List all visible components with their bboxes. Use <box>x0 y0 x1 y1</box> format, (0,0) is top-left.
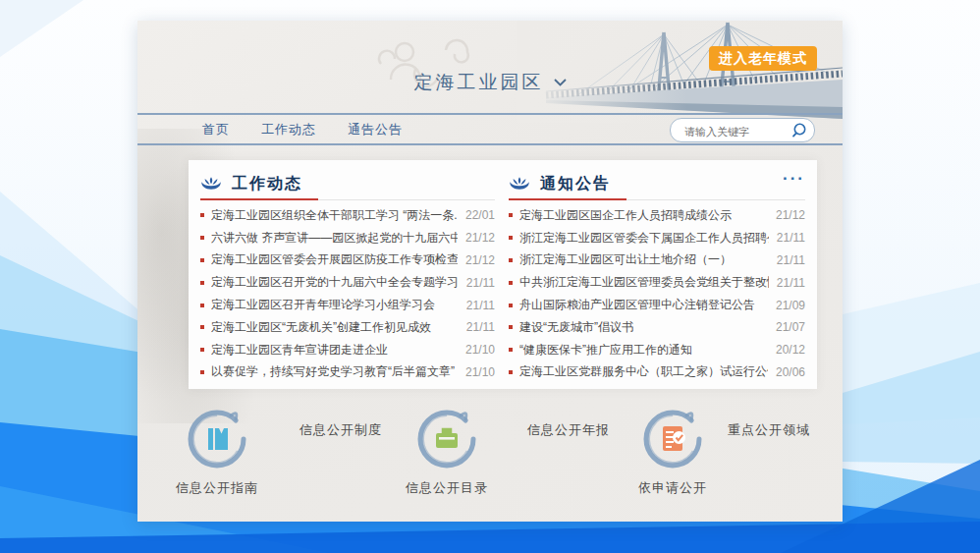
bullet-icon <box>200 325 204 329</box>
bullet-icon <box>509 325 513 329</box>
news-item-date: 21/10 <box>465 343 495 357</box>
bullet-icon <box>509 348 513 352</box>
bullet-icon <box>509 236 513 240</box>
bullet-icon <box>200 258 204 262</box>
news-item-date: 21/11 <box>466 299 495 312</box>
document-check-icon <box>663 426 685 451</box>
news-item-date: 21/11 <box>466 320 495 334</box>
news-item-date: 21/11 <box>466 276 495 290</box>
news-item[interactable]: 定海工业园区“无废机关”创建工作初见成效21/11 <box>200 316 495 339</box>
news-item-date: 21/07 <box>776 320 805 334</box>
news-item-date: 21/09 <box>776 299 805 312</box>
news-item-date: 20/06 <box>776 365 805 379</box>
news-item-date: 21/11 <box>777 276 805 290</box>
search-input[interactable] <box>682 119 785 143</box>
work-news-underline <box>200 199 495 200</box>
nav-item-notices[interactable]: 通告公告 <box>348 121 403 138</box>
news-item-date: 21/12 <box>776 208 805 222</box>
work-news-title: 工作动态 <box>232 174 302 194</box>
service-catalog[interactable]: 信息公开目录 <box>403 407 491 497</box>
bullet-icon <box>509 213 513 217</box>
news-item[interactable]: 定海工业园区组织全体干部职工学习 “两法一条...22/01 <box>200 204 495 227</box>
news-item-date: 21/12 <box>465 231 495 245</box>
nav-item-work-news[interactable]: 工作动态 <box>261 121 316 138</box>
news-item-date: 20/12 <box>776 343 805 357</box>
bullet-icon <box>200 348 204 352</box>
main-nav: 首页 工作动态 通告公告 <box>137 113 843 145</box>
news-item-title: 定海工业园区组织全体干部职工学习 “两法一条... <box>211 207 458 224</box>
service-label: 信息公开指南 <box>173 479 261 497</box>
site-title-dropdown[interactable]: 定海工业园区 <box>137 70 843 95</box>
news-item[interactable]: 中共浙江定海工业园区管理委员会党组关于整改情...21/11 <box>509 271 805 294</box>
news-item[interactable]: 以赛促学，持续写好党史学习教育“后半篇文章”21/10 <box>200 361 495 384</box>
bullet-icon <box>509 304 513 307</box>
service-label: 信息公开目录 <box>403 479 491 497</box>
site-card: 定海工业园区 进入老年模式 首页 工作动态 通告公告 <box>137 21 843 522</box>
news-item-title: 中共浙江定海工业园区管理委员会党组关于整改情... <box>519 274 769 291</box>
bullet-icon <box>200 304 204 307</box>
work-news-section: 工作动态 定海工业园区组织全体干部职工学习 “两法一条...22/01 六讲六做… <box>200 172 495 383</box>
news-item[interactable]: 舟山国际粮油产业园区管理中心注销登记公告21/09 <box>509 294 805 316</box>
service-link-report[interactable]: 信息公开年报 <box>527 421 610 439</box>
bullet-icon <box>200 213 204 217</box>
search-box <box>670 118 815 142</box>
brush-ring-icon <box>414 407 479 471</box>
work-news-header: 工作动态 <box>200 172 495 195</box>
news-item[interactable]: 定海工业园区国企工作人员招聘成绩公示21/12 <box>509 204 805 227</box>
news-item-title: 舟山国际粮油产业园区管理中心注销登记公告 <box>519 297 768 313</box>
news-item[interactable]: 六讲六做 齐声宣讲——园区掀起党的十九届六中...21/12 <box>200 227 495 249</box>
news-item-title: 定海工业园区国企工作人员招聘成绩公示 <box>519 207 768 224</box>
news-item-title: 定海工业区党群服务中心（职工之家）试运行公告 <box>519 363 768 380</box>
more-button[interactable]: ··· <box>783 174 805 184</box>
bullet-icon <box>200 281 204 285</box>
service-link-system[interactable]: 信息公开制度 <box>299 421 382 439</box>
news-item-date: 22/01 <box>465 208 495 222</box>
news-item[interactable]: “健康医保卡”推广应用工作的通知20/12 <box>509 339 805 361</box>
news-item-title: 定海工业园区召开青年理论学习小组学习会 <box>211 297 459 313</box>
bullet-icon <box>509 258 513 262</box>
brush-ring-icon <box>185 407 249 471</box>
news-item-date: 21/11 <box>777 253 805 267</box>
site-header: 定海工业园区 进入老年模式 <box>137 21 843 113</box>
site-name: 定海工业园区 <box>414 72 544 92</box>
news-item[interactable]: 建设“无废城市”倡议书21/07 <box>509 316 805 339</box>
news-item[interactable]: 定海工业园区召开青年理论学习小组学习会21/11 <box>200 294 495 316</box>
service-label: 依申请公开 <box>628 479 717 497</box>
news-item-date: 21/12 <box>465 253 495 267</box>
notices-section: 通知公告 ··· 定海工业园区国企工作人员招聘成绩公示21/12 浙江定海工业园… <box>509 172 805 383</box>
elderly-mode-button[interactable]: 进入老年模式 <box>709 46 817 71</box>
nav-item-home[interactable]: 首页 <box>202 121 230 138</box>
bullet-icon <box>509 281 513 285</box>
news-item-title: 六讲六做 齐声宣讲——园区掀起党的十九届六中... <box>211 230 458 247</box>
news-item-date: 21/10 <box>465 365 495 379</box>
lotus-icon <box>509 177 530 192</box>
book-icon <box>208 428 228 450</box>
news-item[interactable]: 浙江定海工业园区管委会下属国企工作人员招聘公...21/11 <box>509 227 805 249</box>
printer-icon <box>436 427 458 448</box>
news-item-title: “健康医保卡”推广应用工作的通知 <box>519 342 768 359</box>
news-item[interactable]: 定海工业园区青年宣讲团走进企业21/10 <box>200 339 495 361</box>
news-item-title: 定海工业园区青年宣讲团走进企业 <box>211 342 458 359</box>
news-item-title: 以赛促学，持续写好党史学习教育“后半篇文章” <box>211 363 458 380</box>
news-item-title: 浙江定海工业园区可出让土地介绍（一） <box>519 251 769 268</box>
search-icon[interactable] <box>790 122 807 142</box>
news-item[interactable]: 定海工业园区召开党的十九届六中全会专题学习会21/11 <box>200 271 495 294</box>
bullet-icon <box>200 370 204 374</box>
work-news-list: 定海工业园区组织全体干部职工学习 “两法一条...22/01 六讲六做 齐声宣讲… <box>200 204 495 383</box>
news-item[interactable]: 定海工业园区管委会开展园区防疫工作专项检查21/12 <box>200 249 495 272</box>
news-panel: 工作动态 定海工业园区组织全体干部职工学习 “两法一条...22/01 六讲六做… <box>189 160 817 389</box>
news-item[interactable]: 定海工业区党群服务中心（职工之家）试运行公告20/06 <box>509 361 805 384</box>
news-item-title: 建设“无废城市”倡议书 <box>519 319 768 336</box>
bullet-icon <box>200 236 204 240</box>
chevron-down-icon <box>554 70 567 91</box>
news-item-date: 21/11 <box>777 231 805 245</box>
news-item-title: 定海工业园区召开党的十九届六中全会专题学习会 <box>211 274 459 291</box>
service-guide[interactable]: 信息公开指南 <box>173 407 261 497</box>
news-item-title: 定海工业园区管委会开展园区防疫工作专项检查 <box>211 251 458 268</box>
service-apply[interactable]: 依申请公开 <box>628 407 717 497</box>
news-item-title: 浙江定海工业园区管委会下属国企工作人员招聘公... <box>519 230 769 247</box>
notices-title: 通知公告 <box>540 174 611 194</box>
news-item[interactable]: 浙江定海工业园区可出让土地介绍（一）21/11 <box>509 249 805 272</box>
service-link-key-areas[interactable]: 重点公开领域 <box>728 421 810 439</box>
notices-underline <box>509 199 805 200</box>
